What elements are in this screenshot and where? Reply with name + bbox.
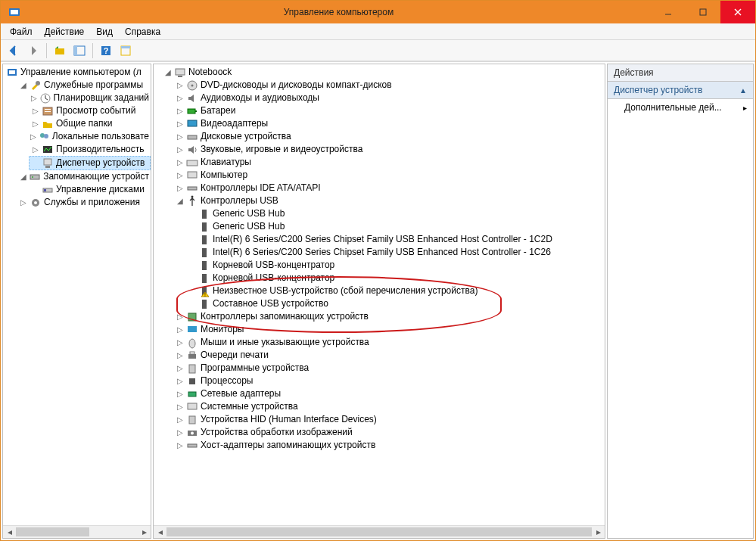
cat-usb[interactable]: ◢Контроллеры USB (173, 194, 605, 207)
cat-hid[interactable]: ▷Устройства HID (Human Interface Devices… (173, 413, 605, 426)
expand-icon[interactable]: ▷ (30, 145, 41, 155)
collapse-icon[interactable]: ◢ (163, 67, 173, 78)
cat-mice[interactable]: ▷Мыши и иные указывающие устройства (173, 336, 605, 349)
expand-icon[interactable]: ▷ (175, 363, 185, 374)
usb-composite[interactable]: ▷Составное USB устройство (185, 297, 605, 310)
action-more[interactable]: Дополнительные дей... ▸ (608, 99, 753, 116)
expand-icon[interactable]: ▷ (30, 106, 41, 117)
cat-system[interactable]: ▷Системные устройства (173, 400, 605, 413)
cat-sound[interactable]: ▷Звуковые, игровые и видеоустройства (173, 143, 605, 156)
tree-root-computer-mgmt[interactable]: Управление компьютером (л (5, 66, 151, 79)
cat-hostadapter[interactable]: ▷Хост-адаптеры запоминающих устройств (173, 439, 605, 452)
cat-video[interactable]: ▷Видеоадаптеры (173, 117, 605, 130)
scroll-left-button[interactable]: ◂ (154, 526, 166, 538)
tree-disk-mgmt[interactable]: ▷Управление дисками (29, 183, 151, 196)
cat-computer[interactable]: ▷Компьютер (173, 169, 605, 182)
scroll-right-button[interactable]: ▸ (592, 526, 605, 538)
expand-icon[interactable]: ▷ (175, 312, 185, 322)
center-scrollbar-h[interactable]: ◂ ▸ (154, 525, 605, 538)
usb-roothub-2[interactable]: ▷Корневой USB-концентратор (185, 272, 605, 284)
menu-help[interactable]: Справка (119, 25, 166, 39)
expand-icon[interactable]: ▷ (175, 93, 185, 104)
scroll-thumb[interactable] (166, 527, 592, 536)
expand-icon[interactable]: ▷ (175, 415, 185, 425)
expand-icon[interactable]: ▷ (175, 337, 185, 348)
tree-system-tools[interactable]: ◢ Служебные программы (17, 79, 151, 92)
expand-icon[interactable]: ▷ (175, 145, 185, 155)
menu-view[interactable]: Вид (90, 25, 119, 39)
close-button[interactable] (720, 1, 755, 23)
scroll-right-button[interactable]: ▸ (138, 526, 151, 538)
tree-storage[interactable]: ◢ Запоминающие устройст (17, 170, 151, 183)
cat-software[interactable]: ▷Программные устройства (173, 362, 605, 375)
cat-net[interactable]: ▷Сетевые адаптеры (173, 387, 605, 400)
collapse-section-icon[interactable]: ▲ (739, 86, 747, 95)
maximize-button[interactable] (686, 1, 720, 23)
up-folder-button[interactable] (51, 42, 69, 60)
cat-keyboard[interactable]: ▷Клавиатуры (173, 156, 605, 169)
toolbar-sep2 (92, 43, 93, 58)
forward-button[interactable] (24, 42, 42, 60)
cat-monitors[interactable]: ▷Мониторы (173, 323, 605, 336)
svg-rect-43 (202, 210, 207, 219)
collapse-icon[interactable]: ◢ (18, 172, 28, 182)
tree-services-apps[interactable]: ▷Службы и приложения (17, 196, 151, 209)
menu-file[interactable]: Файл (4, 25, 39, 39)
usb-intel-1[interactable]: ▷Intel(R) 6 Series/C200 Series Chipset F… (185, 233, 605, 246)
help-button[interactable]: ? (97, 42, 115, 60)
tree-task-scheduler[interactable]: ▷Планировщик заданий (29, 92, 151, 104)
cat-dvd[interactable]: ▷DVD-дисководы и дисководы компакт-диско… (173, 79, 605, 92)
menu-action[interactable]: Действие (39, 25, 91, 39)
usb-hub-2[interactable]: ▷Generic USB Hub (185, 220, 605, 233)
cat-disk[interactable]: ▷Дисковые устройства (173, 130, 605, 143)
expand-icon[interactable]: ▷ (175, 376, 185, 387)
tree-shared-folders[interactable]: ▷Общие папки (29, 117, 151, 130)
show-hide-tree-button[interactable] (70, 42, 89, 60)
usb-unknown[interactable]: ▷!Неизвестное USB-устройство (сбой переч… (185, 284, 605, 297)
expand-icon[interactable]: ▷ (175, 80, 185, 91)
expand-icon[interactable]: ▷ (175, 440, 185, 451)
usb-hub-1[interactable]: ▷Generic USB Hub (185, 207, 605, 220)
scroll-left-button[interactable]: ◂ (3, 526, 16, 538)
expand-icon[interactable]: ▷ (175, 106, 185, 117)
cat-imaging[interactable]: ▷Устройства обработки изображений (173, 426, 605, 439)
device-root[interactable]: ◢ Noteboock (161, 66, 605, 79)
cat-ide[interactable]: ▷Контроллеры IDE ATA/ATAPI (173, 182, 605, 194)
cat-battery[interactable]: ▷Батареи (173, 104, 605, 117)
collapse-icon[interactable]: ◢ (18, 80, 29, 91)
tree-device-manager[interactable]: ▷Диспетчер устройств (29, 156, 151, 170)
expand-icon[interactable]: ▷ (175, 350, 185, 361)
actions-section[interactable]: Диспетчер устройств ▲ (608, 82, 753, 99)
expand-icon[interactable]: ▷ (30, 119, 41, 129)
cat-storage-ctrl[interactable]: ▷Контроллеры запоминающих устройств (173, 310, 605, 323)
cat-cpu[interactable]: ▷Процессоры (173, 375, 605, 387)
expand-icon[interactable]: ▷ (175, 428, 185, 438)
minimize-button[interactable] (651, 1, 686, 23)
expand-icon[interactable]: ▷ (175, 170, 185, 181)
cat-audio[interactable]: ▷Аудиовходы и аудиовыходы (173, 92, 605, 104)
svg-point-42 (191, 195, 194, 197)
expand-icon[interactable]: ▷ (175, 119, 185, 129)
cat-printq[interactable]: ▷Очереди печати (173, 349, 605, 362)
expand-icon[interactable]: ▷ (30, 93, 39, 104)
back-button[interactable] (5, 42, 23, 60)
expand-icon[interactable]: ▷ (175, 389, 185, 400)
left-scrollbar-h[interactable]: ◂ ▸ (3, 525, 151, 538)
usb-roothub-1[interactable]: ▷Корневой USB-концентратор (185, 259, 605, 272)
usb-intel-2[interactable]: ▷Intel(R) 6 Series/C200 Series Chipset F… (185, 246, 605, 259)
expand-icon[interactable]: ▷ (18, 197, 29, 208)
tree-performance[interactable]: ▷Производительность (29, 143, 151, 156)
console-tree[interactable]: Управление компьютером (л ◢ Служебные пр… (3, 64, 151, 224)
properties-button[interactable] (117, 42, 135, 60)
device-tree[interactable]: ◢ Noteboock ▷DVD-дисководы и дисководы к… (154, 64, 605, 467)
collapse-icon[interactable]: ◢ (175, 196, 185, 207)
expand-icon[interactable]: ▷ (30, 132, 37, 142)
expand-icon[interactable]: ▷ (175, 157, 185, 168)
expand-icon[interactable]: ▷ (175, 402, 185, 412)
expand-icon[interactable]: ▷ (175, 325, 185, 335)
scroll-thumb[interactable] (16, 527, 89, 536)
expand-icon[interactable]: ▷ (175, 183, 185, 194)
tree-local-users[interactable]: ▷Локальные пользовате (29, 130, 151, 143)
tree-event-viewer[interactable]: ▷Просмотр событий (29, 104, 151, 117)
expand-icon[interactable]: ▷ (175, 132, 185, 142)
